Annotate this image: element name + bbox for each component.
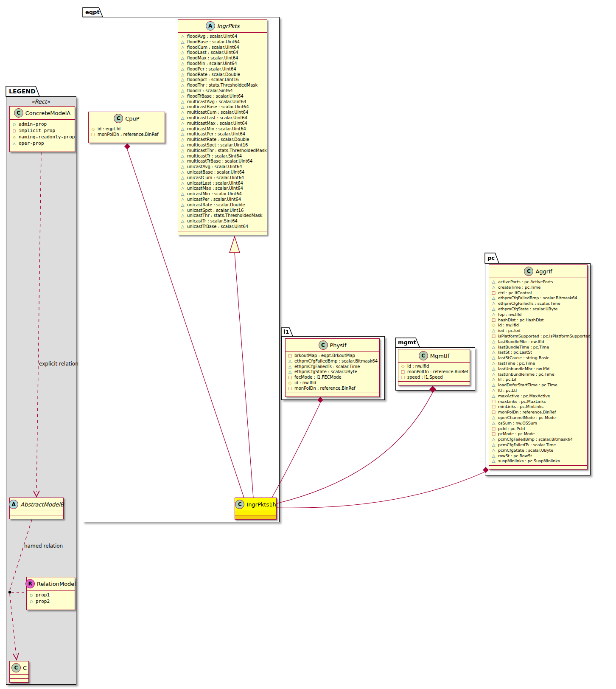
attribute-row: ◇naming-readonly-prop bbox=[12, 134, 73, 140]
attribute-text: ethpmCfgState : scalar.UByte bbox=[498, 307, 557, 312]
attribute-text: unicastRate : scalar.Double bbox=[187, 202, 245, 208]
oper-prop-icon: △ bbox=[288, 364, 292, 370]
attribute-row: △multicastTr : scalar.Sint64 bbox=[180, 154, 265, 159]
class-header: C IngrPkts1h bbox=[235, 498, 276, 511]
attribute-row: △floodThr : stats.ThresholdedMask bbox=[180, 83, 265, 88]
methods-compartment bbox=[10, 148, 75, 152]
oper-prop-icon: △ bbox=[180, 88, 185, 94]
implicit-prop-icon: □ bbox=[491, 318, 496, 323]
attribute-text: multicastMin : scalar.Uint64 bbox=[187, 127, 246, 132]
attribute-text: maxActive : pc.MaxActive bbox=[498, 394, 550, 399]
oper-prop-icon: △ bbox=[491, 345, 496, 350]
attribute-row: △multicastCum : scalar.Uint64 bbox=[180, 110, 265, 115]
methods-compartment bbox=[10, 679, 28, 682]
methods-compartment bbox=[27, 606, 75, 610]
implicit-prop-icon: □ bbox=[288, 353, 292, 359]
attribute-text: loadDeferStartTime : pc.Time bbox=[498, 382, 557, 388]
implicit-prop-icon: □ bbox=[91, 132, 95, 138]
attribute-list: ○admin-prop□implicit-prop◇naming-readonl… bbox=[10, 120, 75, 148]
oper-prop-icon: △ bbox=[180, 45, 185, 51]
attribute-row: △ethpmCfgFailedTs : scalar.Time bbox=[288, 364, 377, 370]
oper-prop-icon: △ bbox=[491, 295, 496, 301]
package-pc-tab-label: pc bbox=[487, 254, 495, 262]
class-abstract-model-b: A AbstractModelB bbox=[9, 498, 64, 519]
attribute-text: operChannelMode : pc.Mode bbox=[498, 415, 556, 421]
attribute-text: fecMode : l1.FECMode bbox=[294, 375, 342, 380]
oper-prop-icon: △ bbox=[491, 285, 496, 290]
attribute-text: unicastCum : scalar.Uint64 bbox=[187, 175, 244, 181]
oper-prop-icon: △ bbox=[180, 219, 185, 224]
admin-prop-icon: ○ bbox=[12, 121, 17, 127]
attribute-text: multicastAvg : scalar.Uint64 bbox=[187, 99, 246, 105]
abstract-class-icon: A bbox=[206, 21, 215, 31]
oper-prop-icon: △ bbox=[180, 137, 185, 143]
attribute-text: unicastMin : scalar.Uint64 bbox=[187, 191, 242, 197]
class-header: C ConcreteModelA bbox=[10, 107, 75, 120]
attribute-text: lastUnbundleMbr : nw.IfId bbox=[498, 366, 549, 372]
attribute-text: oper-prop bbox=[19, 140, 44, 146]
oper-prop-icon: △ bbox=[288, 369, 292, 375]
oper-prop-icon: △ bbox=[491, 361, 496, 366]
attribute-text: lastTime : pc.Time bbox=[498, 361, 535, 366]
oper-prop-icon: △ bbox=[180, 34, 185, 39]
attribute-list: △activePorts : pc.ActivePorts△createTime… bbox=[489, 278, 587, 466]
attribute-row: □monPolDn : reference.BinRef bbox=[491, 410, 585, 415]
attributes-compartment bbox=[10, 675, 28, 679]
attribute-text: lif : pc.Lif bbox=[498, 377, 516, 382]
methods-compartment bbox=[178, 231, 267, 235]
attribute-text: monPolDn : reference.BinRef bbox=[98, 132, 159, 138]
attribute-text: ethpmCfgFailedBmp : scalar.Bitmask64 bbox=[294, 359, 378, 364]
admin-prop-icon: ○ bbox=[29, 592, 34, 598]
attribute-row: □pcMode : pc.Mode bbox=[491, 431, 585, 437]
attribute-text: lastStCause : string.Basic bbox=[498, 355, 549, 361]
naming-prop-icon: ◇ bbox=[491, 323, 496, 328]
attribute-row: △fop : nw.IfId bbox=[491, 312, 585, 318]
attributes-compartment bbox=[10, 511, 63, 515]
edge-mgmtif-ingrpkts1h bbox=[277, 392, 433, 503]
attribute-text: brkoutMap : eqpt.BrkoutMap bbox=[294, 353, 355, 359]
oper-prop-icon: △ bbox=[180, 208, 185, 214]
methods-compartment bbox=[398, 382, 470, 385]
attribute-text: implicit-prop bbox=[19, 127, 55, 134]
oper-prop-icon: △ bbox=[180, 197, 185, 202]
attribute-text: multicastBase : scalar.Uint64 bbox=[187, 104, 249, 110]
attribute-row: △unicastMin : scalar.Uint64 bbox=[180, 191, 265, 197]
class-header: A AbstractModelB bbox=[10, 498, 63, 511]
oper-prop-icon: △ bbox=[491, 382, 496, 388]
attribute-text: admin-prop bbox=[19, 121, 47, 127]
attribute-row: □fecMode : l1.FECMode bbox=[288, 375, 377, 380]
attribute-row: △loadDeferStartTime : pc.Time bbox=[491, 382, 585, 388]
oper-prop-icon: △ bbox=[180, 213, 185, 219]
oper-prop-icon: △ bbox=[491, 394, 496, 399]
attribute-row: △unicastRate : scalar.Double bbox=[180, 202, 265, 208]
attribute-row: △operChannelMode : pc.Mode bbox=[491, 415, 585, 421]
attribute-row: △floodTr : scalar.Sint64 bbox=[180, 88, 265, 94]
implicit-prop-icon: □ bbox=[12, 127, 17, 134]
relation-class-icon: R bbox=[25, 579, 35, 588]
attribute-row: △floodMin : scalar.Uint64 bbox=[180, 61, 265, 67]
attribute-row: △floodBase : scalar.Uint64 bbox=[180, 39, 265, 45]
attribute-text: floodPer : scalar.Uint64 bbox=[187, 67, 236, 72]
attribute-text: floodTrBase : scalar.Uint64 bbox=[187, 94, 244, 99]
attribute-row: △unicastMax : scalar.Uint64 bbox=[180, 186, 265, 191]
oper-prop-icon: △ bbox=[180, 175, 185, 181]
attribute-row: △lastSt : pc.LastSt bbox=[491, 350, 585, 355]
named-relation-label: named relation bbox=[24, 543, 63, 549]
oper-prop-icon: △ bbox=[180, 121, 185, 127]
attribute-row: △floodTrBase : scalar.Uint64 bbox=[180, 94, 265, 99]
oper-prop-icon: △ bbox=[180, 94, 185, 99]
methods-compartment bbox=[489, 466, 587, 469]
oper-prop-icon: △ bbox=[491, 372, 496, 377]
attribute-text: unicastThr : stats.ThresholdedMask bbox=[187, 213, 263, 219]
oper-prop-icon: △ bbox=[180, 67, 185, 72]
attribute-row: △floodSpct : scalar.Uint16 bbox=[180, 77, 265, 83]
attribute-row: △multicastLast : scalar.Uint64 bbox=[180, 115, 265, 121]
oper-prop-icon: △ bbox=[491, 339, 496, 345]
attribute-row: △multicastMax : scalar.Uint64 bbox=[180, 121, 265, 127]
oper-prop-icon: △ bbox=[288, 359, 292, 364]
class-name: IngrPkts1h bbox=[246, 501, 276, 508]
oper-prop-icon: △ bbox=[180, 56, 185, 61]
attribute-row: △floodLast : scalar.Uint64 bbox=[180, 50, 265, 56]
class-icon: C bbox=[14, 108, 23, 118]
oper-prop-icon: △ bbox=[180, 132, 185, 137]
